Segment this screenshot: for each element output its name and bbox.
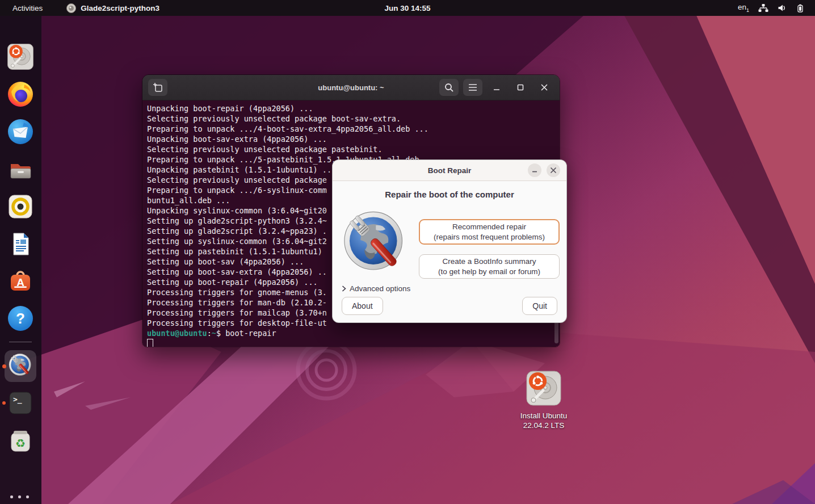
- install-ubuntu-icon: [526, 370, 562, 406]
- dialog-titlebar[interactable]: Boot Repair: [333, 160, 566, 181]
- bootinfo-summary-button[interactable]: Create a BootInfo summary (to get help b…: [419, 254, 560, 279]
- desktop-icon-install-ubuntu[interactable]: Install Ubuntu 22.04.2 LTS: [512, 370, 575, 430]
- maximize-icon: [516, 83, 524, 91]
- dock-item-files[interactable]: [7, 156, 34, 183]
- about-button[interactable]: About: [342, 297, 383, 315]
- desktop-icon-label: Install Ubuntu 22.04.2 LTS: [512, 411, 575, 430]
- battery-icon: [796, 4, 805, 12]
- terminal-prompt: ubuntu@ubuntu:~$ boot-repair: [147, 328, 560, 338]
- advanced-options-expander[interactable]: Advanced options: [342, 284, 410, 293]
- dock-item-rhythmbox[interactable]: [7, 193, 34, 220]
- recommended-repair-button[interactable]: Recommended repair (repairs most frequen…: [419, 219, 560, 245]
- quit-button[interactable]: Quit: [522, 297, 557, 315]
- terminal-icon: >_: [7, 389, 34, 417]
- menu-button[interactable]: [463, 79, 482, 96]
- firefox-icon: [7, 81, 34, 108]
- dock-item-ubuntu-software[interactable]: A: [7, 267, 34, 295]
- dock-item-install-ubuntu[interactable]: [7, 43, 34, 70]
- dock-item-help[interactable]: ?: [7, 305, 34, 332]
- dock-item-trash[interactable]: ♻: [7, 427, 34, 454]
- boot-repair-icon: [7, 353, 33, 379]
- minimize-button[interactable]: [487, 79, 506, 96]
- activities-button[interactable]: Activities: [9, 3, 46, 14]
- network-icon: [758, 3, 768, 12]
- boot-repair-dialog: Boot Repair Repair the boot of the compu…: [332, 159, 567, 323]
- hamburger-icon: [468, 83, 477, 91]
- dock: A ? >_ ♻: [0, 16, 41, 504]
- maximize-button[interactable]: [511, 79, 530, 96]
- close-icon: [550, 167, 557, 174]
- keyboard-layout-indicator: en1: [738, 3, 749, 13]
- running-indicator-terminal: [2, 401, 6, 405]
- clock-button[interactable]: Jun 30 14:55: [381, 3, 434, 14]
- minimize-icon: [493, 83, 501, 91]
- terminal-line: Selecting previously unselected package …: [147, 114, 560, 124]
- volume-icon: [778, 4, 787, 12]
- close-icon: [540, 83, 548, 91]
- dialog-close-button[interactable]: [547, 163, 560, 177]
- thunderbird-icon: [7, 118, 34, 145]
- ubuntu-software-icon: A: [7, 267, 34, 295]
- install-ubuntu-icon: [7, 43, 34, 70]
- files-icon: [7, 156, 34, 183]
- focused-app-name: Glade2script-python3: [81, 4, 159, 12]
- dock-item-terminal[interactable]: >_: [7, 389, 34, 417]
- focused-app-indicator[interactable]: Glade2script-python3: [66, 3, 159, 13]
- dock-item-libreoffice-writer[interactable]: [7, 230, 34, 258]
- terminal-cursor: [147, 339, 153, 347]
- terminal-titlebar[interactable]: ubuntu@ubuntu: ~: [142, 75, 560, 100]
- terminal-line: Unpacking boot-sav-extra (4ppa2056) ...: [147, 134, 560, 144]
- help-icon: ?: [7, 305, 34, 332]
- chevron-right-icon: [342, 285, 346, 292]
- running-indicator-boot-repair: [2, 364, 6, 368]
- dock-item-thunderbird[interactable]: [7, 118, 34, 145]
- dock-item-boot-repair[interactable]: [5, 350, 36, 382]
- libreoffice-writer-icon: [7, 230, 34, 258]
- terminal-line: Preparing to unpack .../4-boot-sav-extra…: [147, 124, 560, 134]
- dock-item-firefox[interactable]: [7, 81, 34, 108]
- svg-text:>_: >_: [13, 395, 22, 404]
- dialog-heading: Repair the boot of the computer: [333, 190, 566, 199]
- show-applications-button[interactable]: [10, 495, 31, 504]
- search-icon: [444, 82, 454, 93]
- dock-divider: [9, 342, 32, 342]
- system-tray[interactable]: en1: [738, 3, 805, 13]
- search-button[interactable]: [439, 79, 459, 96]
- top-bar: Activities Glade2script-python3 Jun 30 1…: [0, 0, 815, 16]
- rhythmbox-icon: [7, 193, 34, 220]
- svg-text:?: ?: [16, 310, 25, 327]
- terminal-line: Selecting previously unselected package …: [147, 144, 560, 154]
- trash-icon: ♻: [7, 427, 34, 454]
- dialog-minimize-button[interactable]: [528, 163, 541, 177]
- minimize-icon: [531, 167, 538, 174]
- svg-text:♻: ♻: [15, 436, 26, 450]
- close-button[interactable]: [535, 79, 554, 96]
- new-tab-button[interactable]: [148, 79, 167, 96]
- terminal-line: Unpacking boot-repair (4ppa2056) ...: [147, 103, 560, 114]
- boot-repair-logo: [342, 210, 408, 279]
- focused-app-icon: [66, 3, 76, 13]
